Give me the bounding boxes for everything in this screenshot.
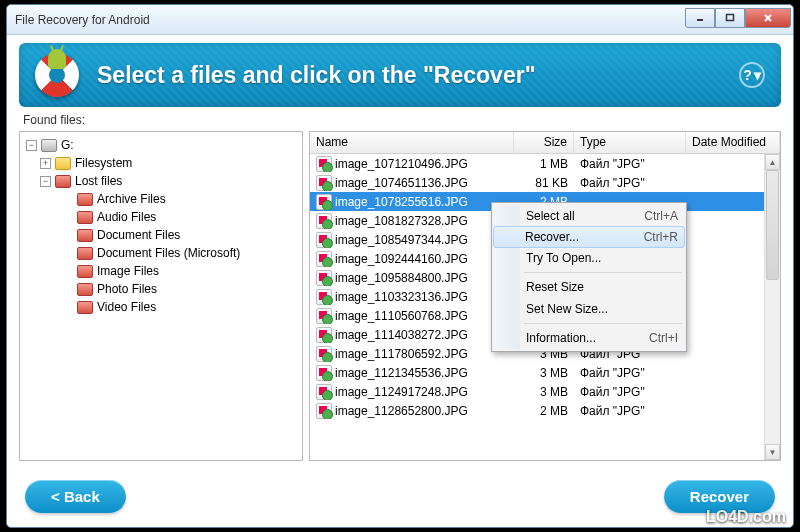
file-icon <box>316 289 332 305</box>
tree-lostfiles[interactable]: − Lost files <box>26 172 296 190</box>
help-button[interactable]: ?▾ <box>739 62 765 88</box>
menu-item[interactable]: Recover...Ctrl+R <box>493 226 685 248</box>
file-type: Файл "JPG" <box>574 385 686 399</box>
folder-icon <box>77 301 93 314</box>
col-type[interactable]: Type <box>574 132 686 153</box>
folder-icon <box>77 229 93 242</box>
menu-item[interactable]: Select allCtrl+A <box>494 205 684 227</box>
back-button[interactable]: < Back <box>25 480 126 513</box>
tree-label: Document Files <box>97 228 180 242</box>
banner-title: Select a files and click on the "Recover… <box>97 62 739 89</box>
app-logo-icon <box>35 53 79 97</box>
file-icon <box>316 251 332 267</box>
file-size: 2 MB <box>514 404 574 418</box>
scroll-thumb[interactable] <box>766 170 779 280</box>
drive-icon <box>41 139 57 152</box>
file-icon <box>316 270 332 286</box>
menu-item[interactable]: Try To Open... <box>494 247 684 269</box>
menu-shortcut: Ctrl+A <box>644 209 678 223</box>
file-size: 1 MB <box>514 157 574 171</box>
menu-label: Select all <box>526 209 644 223</box>
table-row[interactable]: image_1074651136.JPG81 KBФайл "JPG" <box>310 173 764 192</box>
file-name: image_1071210496.JPG <box>335 157 468 171</box>
maximize-button[interactable] <box>715 8 745 28</box>
file-icon <box>316 194 332 210</box>
collapse-icon[interactable]: − <box>40 176 51 187</box>
file-size: 3 MB <box>514 366 574 380</box>
table-row[interactable]: image_1124917248.JPG3 MBФайл "JPG" <box>310 382 764 401</box>
file-icon <box>316 346 332 362</box>
menu-label: Set New Size... <box>526 302 678 316</box>
file-name: image_1114038272.JPG <box>335 328 468 342</box>
file-name: image_1092444160.JPG <box>335 252 468 266</box>
file-type: Файл "JPG" <box>574 176 686 190</box>
tree-category[interactable]: Document Files (Microsoft) <box>26 244 296 262</box>
file-icon <box>316 327 332 343</box>
tree-label: Image Files <box>97 264 159 278</box>
tree-label: Lost files <box>75 174 122 188</box>
expand-icon[interactable]: + <box>40 158 51 169</box>
file-name: image_1103323136.JPG <box>335 290 468 304</box>
tree-category[interactable]: Video Files <box>26 298 296 316</box>
menu-label: Recover... <box>525 230 644 244</box>
menu-separator <box>524 323 682 324</box>
collapse-icon[interactable]: − <box>26 140 37 151</box>
tree-category[interactable]: Document Files <box>26 226 296 244</box>
file-icon <box>316 308 332 324</box>
file-name: image_1124917248.JPG <box>335 385 468 399</box>
tree-label: Archive Files <box>97 192 166 206</box>
menu-item[interactable]: Set New Size... <box>494 298 684 320</box>
tree-category[interactable]: Archive Files <box>26 190 296 208</box>
titlebar: File Recovery for Android <box>7 5 793 35</box>
tree-label: G: <box>61 138 74 152</box>
file-name: image_1128652800.JPG <box>335 404 468 418</box>
file-type: Файл "JPG" <box>574 366 686 380</box>
table-row[interactable]: image_1121345536.JPG3 MBФайл "JPG" <box>310 363 764 382</box>
tree-label: Photo Files <box>97 282 157 296</box>
tree-category[interactable]: Photo Files <box>26 280 296 298</box>
close-button[interactable] <box>745 8 791 28</box>
col-name[interactable]: Name <box>310 132 514 153</box>
menu-separator <box>524 272 682 273</box>
banner: Select a files and click on the "Recover… <box>19 43 781 107</box>
list-header: Name Size Type Date Modified <box>310 132 780 154</box>
scrollbar[interactable]: ▲ ▼ <box>764 154 780 460</box>
folder-tree[interactable]: − G: + Filesystem − Lost files Archive F… <box>19 131 303 461</box>
app-window: File Recovery for Android Select a files… <box>6 4 794 528</box>
scroll-up-icon[interactable]: ▲ <box>765 154 780 170</box>
tree-category[interactable]: Audio Files <box>26 208 296 226</box>
tree-drive[interactable]: − G: <box>26 136 296 154</box>
file-icon <box>316 156 332 172</box>
folder-icon <box>77 211 93 224</box>
context-menu: Select allCtrl+ARecover...Ctrl+RTry To O… <box>491 202 687 352</box>
file-icon <box>316 403 332 419</box>
scroll-down-icon[interactable]: ▼ <box>765 444 780 460</box>
menu-item[interactable]: Reset Size <box>494 276 684 298</box>
file-name: image_1121345536.JPG <box>335 366 468 380</box>
found-files-label: Found files: <box>23 113 777 127</box>
table-row[interactable]: image_1071210496.JPG1 MBФайл "JPG" <box>310 154 764 173</box>
tree-filesystem[interactable]: + Filesystem <box>26 154 296 172</box>
file-icon <box>316 365 332 381</box>
table-row[interactable]: image_1128652800.JPG2 MBФайл "JPG" <box>310 401 764 420</box>
col-size[interactable]: Size <box>514 132 574 153</box>
file-type: Файл "JPG" <box>574 157 686 171</box>
menu-shortcut: Ctrl+I <box>649 331 678 345</box>
window-title: File Recovery for Android <box>15 13 685 27</box>
minimize-button[interactable] <box>685 8 715 28</box>
menu-shortcut: Ctrl+R <box>644 230 678 244</box>
folder-icon <box>77 247 93 260</box>
folder-icon <box>55 157 71 170</box>
menu-item[interactable]: Information...Ctrl+I <box>494 327 684 349</box>
watermark: LO4D.com <box>706 508 786 526</box>
col-date[interactable]: Date Modified <box>686 132 780 153</box>
file-name: image_1110560768.JPG <box>335 309 468 323</box>
tree-category[interactable]: Image Files <box>26 262 296 280</box>
file-icon <box>316 232 332 248</box>
window-controls <box>685 9 791 31</box>
file-icon <box>316 384 332 400</box>
folder-icon <box>77 193 93 206</box>
file-icon <box>316 213 332 229</box>
file-type: Файл "JPG" <box>574 404 686 418</box>
tree-label: Document Files (Microsoft) <box>97 246 240 260</box>
